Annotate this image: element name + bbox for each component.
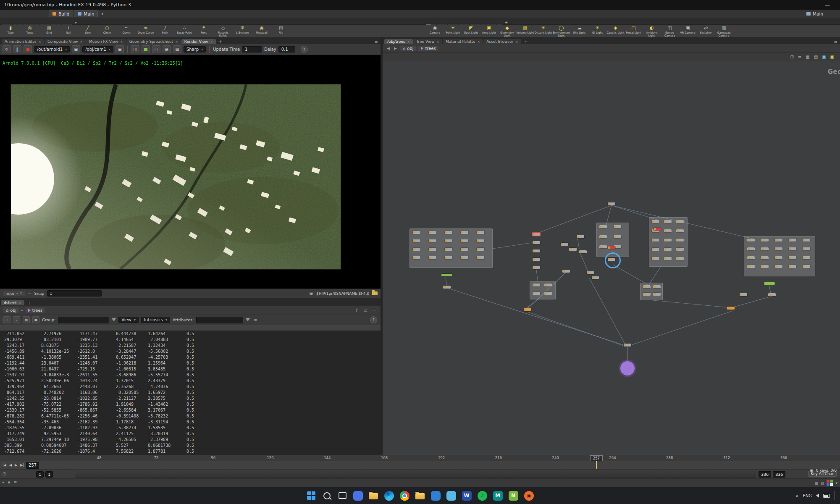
network-node[interactable] — [676, 257, 684, 260]
network-node[interactable] — [761, 265, 769, 268]
shelf-tool[interactable]: F Font — [194, 25, 213, 37]
table-options-icon[interactable]: ▤ — [362, 308, 368, 312]
filter-icon[interactable] — [246, 318, 250, 321]
network-node[interactable] — [664, 248, 672, 251]
render-pause-icon[interactable]: ∥ — [13, 45, 21, 53]
taskbar-app-button[interactable] — [383, 490, 394, 501]
table-row[interactable]: -417.902 -75.0722 -1786.92 1.91049 -1.43… — [0, 401, 381, 407]
list-icon[interactable]: ≡ — [252, 318, 258, 322]
shelf-tool[interactable]: ∕ Path — [155, 25, 175, 37]
network-node[interactable] — [614, 235, 621, 238]
network-node-green[interactable] — [441, 274, 452, 276]
table-row[interactable]: -1456.89 4.10132e-25 -2612.0 -3.28447 -5… — [0, 348, 381, 354]
range-slider[interactable] — [75, 472, 756, 478]
network-node[interactable] — [676, 248, 684, 251]
network-node[interactable] — [429, 248, 436, 251]
play-mode-icon[interactable]: ▸ — [3, 480, 5, 484]
breadcrumb-node[interactable]: trees — [418, 46, 438, 51]
range-end2-field[interactable]: 336 — [773, 471, 785, 478]
table-row[interactable]: -317.749 -92.5953 -2140.64 2.41125 -3.20… — [0, 430, 381, 436]
pane-menu-icon[interactable]: ≡ — [372, 39, 381, 44]
network-node[interactable] — [803, 247, 810, 250]
network-node[interactable] — [653, 285, 661, 288]
shelf-tool[interactable]: ▣ VR Camera — [679, 25, 697, 37]
sheet-icon[interactable]: ▤ — [821, 481, 824, 485]
shelf-tool[interactable]: ▥ Gamepad Camera — [715, 25, 733, 37]
shelf-tool[interactable]: ~ Curve — [117, 25, 136, 37]
attributes-input[interactable] — [196, 317, 243, 323]
taskbar-app-button[interactable] — [430, 490, 441, 501]
region-icon[interactable]: ▦ — [173, 45, 181, 53]
shelf-more-icon[interactable]: ▾ — [73, 20, 79, 25]
primitives-mode-icon[interactable]: ▦ — [23, 316, 30, 323]
network-node[interactable] — [608, 202, 615, 205]
current-frame-badge[interactable]: 257 — [590, 455, 603, 461]
table-row[interactable]: -711.052 -2.71976 -1171.47 0.444738 1.64… — [0, 331, 381, 336]
close-icon[interactable]: × — [407, 40, 410, 44]
volume-icon[interactable] — [816, 494, 819, 498]
network-node[interactable] — [461, 239, 468, 242]
camera-path-field[interactable]: /obj/cam1 ▾ — [82, 46, 113, 52]
loop-icon[interactable]: ▪ — [8, 480, 10, 484]
shelf-tool[interactable]: ◤ Spot Light — [462, 25, 480, 37]
render-stop-icon[interactable]: ● — [24, 45, 32, 53]
pane-tab[interactable]: Geometry Spreadsheet × — [126, 39, 181, 44]
rop-picker-icon[interactable]: ▣ — [72, 45, 80, 53]
network-node[interactable] — [652, 239, 659, 242]
step-back-icon[interactable]: ◀ — [8, 463, 13, 467]
shelf-tool[interactable]: ◈ Caustic Light — [606, 25, 625, 37]
network-node[interactable] — [533, 241, 540, 244]
shelf-tool[interactable]: ☀ Point Light — [444, 25, 462, 37]
pane-tab[interactable]: Tree View × — [413, 39, 442, 44]
network-node[interactable] — [652, 257, 659, 260]
network-node[interactable] — [413, 256, 420, 259]
table-row[interactable]: -878.282 6.47711e-05 -2256.46 -0.391408 … — [0, 413, 381, 419]
network-node[interactable] — [592, 276, 599, 279]
taskbar-app-button[interactable] — [399, 490, 410, 501]
pane-tab[interactable]: Composite View × — [45, 39, 86, 44]
camera-picker-icon[interactable]: ▣ — [116, 45, 124, 53]
network-node[interactable] — [413, 239, 420, 242]
shelf-tool[interactable]: ☀ Distant Light — [534, 25, 552, 37]
network-node[interactable] — [643, 285, 651, 288]
minimize-button[interactable]: — — [819, 2, 836, 8]
table-row[interactable]: -1876.55 -7.89036 -1182.93 -5.38274 1.58… — [0, 425, 381, 430]
network-node[interactable] — [445, 239, 452, 242]
folder-icon[interactable] — [372, 291, 378, 295]
network-node[interactable] — [652, 220, 659, 223]
current-frame-field[interactable]: 257 — [26, 462, 39, 469]
network-node[interactable] — [789, 247, 796, 250]
add-tab-icon[interactable]: + — [522, 39, 530, 44]
shelf-tool[interactable]: ◉ Metaball — [252, 25, 271, 37]
taskbar-app-button[interactable] — [321, 490, 332, 501]
inspect-icon[interactable]: ◉ — [163, 45, 171, 53]
network-node[interactable] — [775, 239, 782, 242]
shelf-tool[interactable]: + Null — [59, 25, 78, 37]
network-node[interactable] — [544, 284, 552, 286]
pane-tab[interactable]: /obj/trees × — [384, 39, 413, 44]
table-row[interactable]: -1243.17 8.63875 -1235.13 -2.21587 1.324… — [0, 342, 381, 348]
network-node[interactable] — [664, 239, 672, 242]
network-node[interactable] — [803, 239, 810, 242]
network-node[interactable] — [477, 231, 484, 234]
frame-ruler[interactable]: 487296120144168192216240264288312336 — [0, 455, 840, 461]
network-node[interactable] — [761, 239, 769, 242]
table-row[interactable]: -564.364 -35.463 -2162.39 1.17818 -3.311… — [0, 419, 381, 425]
network-node[interactable] — [652, 248, 659, 251]
shelf-tool[interactable]: ☀ GI Light — [588, 25, 606, 37]
snapshot-icon[interactable]: ◫ — [131, 45, 139, 53]
node-graph[interactable]: Geo — [383, 61, 840, 455]
network-node[interactable] — [533, 249, 540, 252]
network-node-green[interactable] — [764, 282, 775, 285]
network-node[interactable] — [761, 256, 769, 259]
forward-icon[interactable]: ▶ — [393, 46, 398, 50]
table-row[interactable]: -1537.97 -9.84833e-3 -2611.55 -3.68986 -… — [0, 372, 381, 378]
quality-dropdown[interactable]: Sharp ▾ — [184, 46, 206, 52]
table-row[interactable]: -525.971 2.50249e-06 -1013.24 1.37015 2.… — [0, 378, 381, 383]
language-indicator[interactable]: ENG — [803, 494, 812, 498]
shelf-tool[interactable]: ▢ Portal Light — [625, 25, 643, 37]
spreadsheet-body[interactable]: -711.052 -2.71976 -1171.47 0.444738 1.64… — [0, 331, 381, 455]
network-node[interactable] — [643, 293, 651, 296]
network-node[interactable] — [524, 308, 531, 311]
shelf-tool[interactable]: ≈ Draw Curve — [136, 25, 155, 37]
